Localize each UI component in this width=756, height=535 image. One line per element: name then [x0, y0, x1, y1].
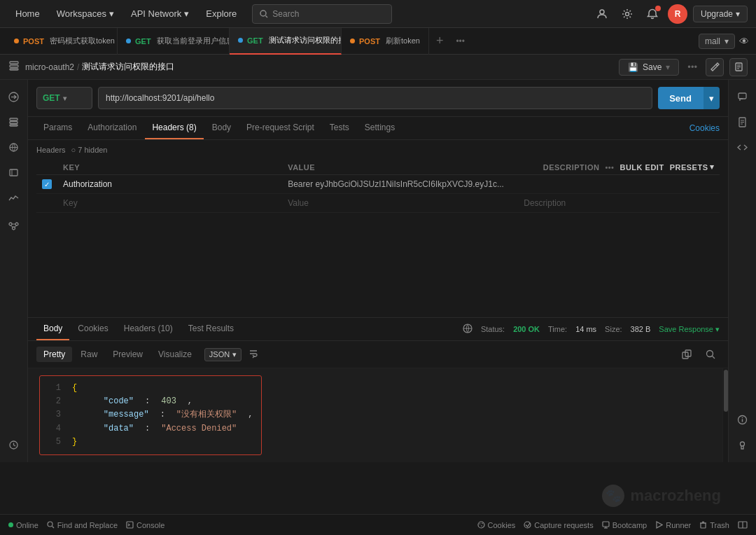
top-navigation: Home Workspaces ▾ API Network ▾ Explore …: [0, 0, 756, 28]
svg-line-43: [52, 527, 54, 529]
req-tab-settings[interactable]: Settings: [358, 117, 402, 139]
svg-line-32: [713, 356, 715, 359]
bootcamp-btn[interactable]: Bootcamp: [602, 521, 648, 529]
cookies-link[interactable]: Cookies: [690, 123, 720, 133]
req-tab-body[interactable]: Body: [205, 117, 238, 139]
header-checkbox[interactable]: ✓: [42, 179, 52, 189]
resp-tab-test-results-label: Test Results: [188, 324, 234, 333]
eye-icon-btn[interactable]: 👁: [739, 36, 749, 47]
more-options-btn[interactable]: •••: [685, 62, 700, 72]
send-dropdown-button[interactable]: ▾: [703, 87, 720, 109]
json-colon-2: :: [160, 408, 165, 422]
tab-more-button[interactable]: •••: [450, 36, 470, 46]
presets-button[interactable]: Presets ▾: [670, 162, 714, 172]
resp-tab-body[interactable]: Body: [36, 318, 69, 340]
console-btn[interactable]: Console: [126, 521, 164, 529]
tab-2[interactable]: GET 获取当前登录用户信息: [118, 28, 230, 55]
nav-explore[interactable]: Explore: [199, 6, 244, 22]
req-tab-tests[interactable]: Tests: [323, 117, 356, 139]
view-tab-visualize[interactable]: Visualize: [151, 347, 199, 362]
method-selector[interactable]: GET ▾: [36, 87, 92, 109]
tab-3[interactable]: GET 测试请求访问权限的接口: [230, 28, 342, 55]
search-bar[interactable]: Search: [252, 4, 392, 24]
header-checkbox-cell[interactable]: ✓: [36, 175, 57, 194]
req-tab-params[interactable]: Params: [36, 117, 79, 139]
key-input-placeholder: Key: [63, 198, 78, 208]
user-icon-btn[interactable]: [592, 4, 612, 24]
tab-1[interactable]: POST 密码模式获取token: [6, 28, 118, 55]
view-tab-raw[interactable]: Raw: [74, 347, 104, 362]
workspace-dropdown[interactable]: mall ▾: [699, 34, 735, 49]
right-sidebar-code-icon[interactable]: [732, 136, 754, 158]
format-selector[interactable]: JSON ▾: [204, 348, 241, 361]
settings-icon-btn[interactable]: [617, 4, 637, 24]
sidebar-env-icon[interactable]: [3, 136, 25, 158]
scroll-track[interactable]: [722, 368, 728, 462]
search-response-icon: [706, 349, 715, 359]
send-button[interactable]: Send: [658, 87, 703, 109]
svg-rect-18: [10, 169, 18, 176]
three-dots-icon[interactable]: •••: [605, 163, 614, 172]
capture-requests-btn[interactable]: Capture requests: [524, 521, 593, 529]
input-key-cell[interactable]: Key: [57, 194, 282, 213]
input-value-cell[interactable]: Value: [282, 194, 518, 213]
save-response-button[interactable]: Save Response ▾: [659, 325, 720, 334]
sidebar-monitor-icon[interactable]: [3, 186, 25, 209]
headers-table: KEY VALUE DESCRIPTION ••• Bulk Edit: [36, 160, 720, 213]
method-label: GET: [43, 93, 60, 103]
view-tabs-row: Pretty Raw Preview Visualize JSON ▾: [28, 341, 728, 368]
sidebar-history-icon[interactable]: [3, 434, 25, 457]
value-input-placeholder: Value: [288, 198, 309, 208]
bulk-edit-button[interactable]: Bulk Edit: [620, 163, 664, 172]
sidebar-collection-icon[interactable]: [8, 60, 20, 74]
right-sidebar-light-icon[interactable]: [732, 434, 754, 457]
nav-workspaces[interactable]: Workspaces ▾: [50, 6, 121, 22]
svg-rect-6: [10, 69, 18, 70]
req-tab-auth[interactable]: Authorization: [80, 117, 144, 139]
req-tab-pre-script[interactable]: Pre-request Script: [239, 117, 321, 139]
find-replace-label: Find and Replace: [57, 521, 118, 529]
online-status[interactable]: Online: [8, 521, 38, 529]
user-avatar[interactable]: R: [668, 4, 687, 24]
right-sidebar-info-icon[interactable]: [732, 409, 754, 431]
sidebar-mock-icon[interactable]: [3, 161, 25, 183]
resp-tab-headers[interactable]: Headers (10): [117, 318, 180, 340]
line-num-3: 3: [48, 408, 61, 422]
find-replace-btn[interactable]: Find and Replace: [47, 521, 118, 529]
wrap-lines-icon[interactable]: [243, 346, 264, 363]
req-tab-headers[interactable]: Headers (8): [145, 117, 203, 139]
trash-btn[interactable]: Trash: [699, 521, 729, 529]
resp-tab-test-results[interactable]: Test Results: [181, 318, 241, 340]
docs-icon-btn[interactable]: [729, 58, 748, 76]
url-input[interactable]: [98, 87, 652, 109]
sidebar-flows-icon[interactable]: [3, 214, 25, 237]
upgrade-button[interactable]: Upgrade ▾: [693, 6, 748, 22]
edit-icon-btn[interactable]: [706, 58, 724, 76]
right-sidebar-docs-icon[interactable]: [732, 111, 754, 133]
tab-2-label: GET: [135, 37, 151, 46]
save-button[interactable]: 💾 Save ▾: [619, 59, 679, 76]
search-response-btn[interactable]: [701, 345, 720, 363]
size-label: Size:: [605, 325, 622, 333]
response-status-info: Status: 200 OK Time: 14 ms Size: 382 B S…: [463, 324, 720, 335]
layout-btn[interactable]: [738, 521, 748, 529]
tab-add-button[interactable]: +: [429, 34, 451, 48]
resp-tab-cookies[interactable]: Cookies: [71, 318, 115, 340]
breadcrumb-parent: micro-oauth2: [25, 62, 74, 72]
cookies-status-btn[interactable]: Cookies: [477, 521, 516, 529]
sidebar-send-icon[interactable]: [3, 85, 25, 108]
tab-4[interactable]: POST 刷新token: [342, 28, 429, 55]
scroll-thumb[interactable]: [724, 370, 728, 412]
right-sidebar-comment-icon[interactable]: [732, 85, 754, 108]
input-desc-cell[interactable]: Description: [518, 194, 720, 213]
nav-home[interactable]: Home: [8, 6, 47, 22]
sidebar-collections-icon[interactable]: [3, 111, 25, 133]
view-tab-pretty[interactable]: Pretty: [36, 347, 72, 362]
view-tab-preview[interactable]: Preview: [106, 347, 150, 362]
copy-icon-btn[interactable]: [678, 345, 696, 363]
nav-api-network[interactable]: API Network ▾: [124, 6, 196, 22]
bell-icon-btn[interactable]: [643, 4, 662, 24]
save-response-arrow: ▾: [715, 325, 720, 334]
runner-btn[interactable]: Runner: [655, 521, 691, 529]
nav-right-actions: R Upgrade ▾: [592, 4, 748, 24]
